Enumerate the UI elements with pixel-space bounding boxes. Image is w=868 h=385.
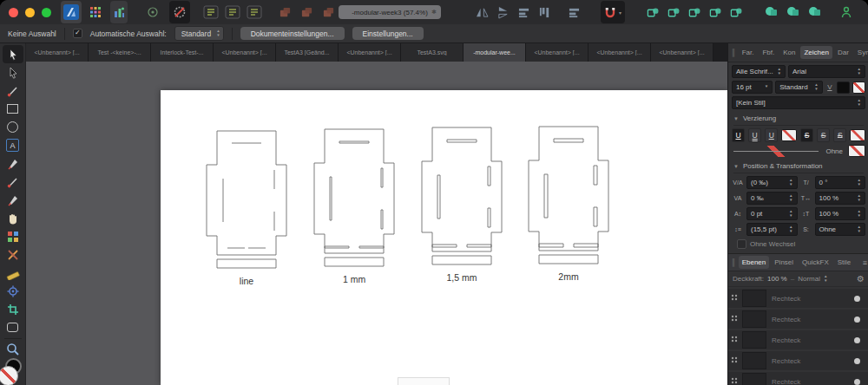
panel-tab-ebenen[interactable]: Ebenen bbox=[739, 256, 770, 269]
persona-icon[interactable] bbox=[840, 3, 852, 22]
corner-gear-tool[interactable] bbox=[3, 282, 23, 300]
horizontal-scale-field[interactable]: 100 %▲▼ bbox=[815, 192, 866, 205]
pencil-tool[interactable] bbox=[3, 191, 23, 209]
stepper-icon[interactable]: ▲▼ bbox=[789, 194, 792, 202]
layer-thumbnail[interactable] bbox=[742, 310, 766, 328]
document-tab[interactable]: <Unbenannt> [... bbox=[526, 43, 589, 62]
box-template-shape[interactable]: 2mm bbox=[528, 126, 609, 270]
tracking-field[interactable]: 0 ‰▲▼ bbox=[746, 192, 798, 205]
no-break-checkbox[interactable]: ✓ bbox=[737, 239, 746, 249]
box-template-shape[interactable]: 1,5 mm bbox=[421, 127, 503, 271]
double-underline-button[interactable]: U bbox=[748, 128, 761, 142]
snapping-toggle[interactable]: ▾ bbox=[601, 1, 625, 23]
flip-horizontal-icon[interactable] bbox=[476, 3, 489, 22]
document-tab[interactable]: Interlock-Test-... bbox=[151, 43, 214, 62]
kerning-field[interactable]: (0 ‰)▲▼ bbox=[746, 176, 798, 189]
minimize-window-button[interactable] bbox=[25, 8, 35, 17]
layer-thumbnail[interactable] bbox=[742, 290, 766, 307]
shear-field[interactable]: 0 °▲▼ bbox=[815, 176, 866, 189]
panel-drag-handle[interactable]: ║ bbox=[731, 49, 737, 56]
document-tab[interactable]: <Unbenannt> [... bbox=[651, 43, 713, 62]
panel-tab-zeichen[interactable]: Zeichen bbox=[800, 46, 832, 59]
box-template-shape[interactable]: line bbox=[206, 130, 287, 274]
text-stroke-swatch[interactable] bbox=[852, 82, 865, 94]
settings-button[interactable]: Einstellungen... bbox=[352, 27, 424, 40]
fill-tool[interactable] bbox=[3, 154, 23, 173]
affinity-designer-icon[interactable] bbox=[61, 1, 82, 23]
stepper-icon[interactable]: ▲▼ bbox=[789, 225, 792, 233]
insert-rotate-icon[interactable] bbox=[246, 3, 263, 22]
strikethrough-heavy-button[interactable]: S bbox=[833, 128, 846, 142]
geometry-op-2-icon[interactable] bbox=[667, 3, 681, 22]
boolean-subtract-icon[interactable] bbox=[786, 3, 800, 22]
move-tool[interactable] bbox=[3, 45, 23, 63]
partial-shape[interactable] bbox=[398, 377, 450, 385]
panel-menu-icon[interactable]: ≡ bbox=[863, 258, 868, 267]
document-tab[interactable]: TestA3.svg bbox=[401, 43, 464, 62]
visibility-dot[interactable] bbox=[854, 296, 860, 302]
decoration-line-style[interactable] bbox=[732, 146, 820, 157]
mesh-tool[interactable] bbox=[3, 227, 23, 245]
zoom-tool[interactable] bbox=[3, 341, 23, 359]
distribute-icon[interactable] bbox=[568, 3, 581, 22]
strikethrough-button[interactable]: S bbox=[800, 128, 813, 142]
insert-behind-icon[interactable] bbox=[224, 3, 241, 22]
text-fill-swatch[interactable] bbox=[837, 82, 850, 94]
move-to-front-icon[interactable] bbox=[279, 3, 292, 22]
layer-row[interactable]: Rechteck bbox=[728, 330, 868, 349]
leading-field[interactable]: (15,5 pt)▲▼ bbox=[746, 223, 798, 236]
underline-color-swatch[interactable] bbox=[781, 129, 797, 141]
panel-tab-far[interactable]: Far. bbox=[739, 46, 758, 59]
chart-panel-icon[interactable] bbox=[110, 1, 128, 23]
stepper-icon[interactable]: ▲▼ bbox=[858, 225, 861, 233]
panel-tab-dar[interactable]: Dar bbox=[834, 46, 852, 59]
layer-settings-gear-icon[interactable]: ⚙ bbox=[857, 274, 865, 284]
layer-row[interactable]: Rechteck bbox=[728, 310, 868, 329]
layer-thumbnail[interactable] bbox=[742, 331, 766, 349]
knife-tool[interactable] bbox=[3, 245, 23, 264]
document-title-field[interactable]: -modular-week3 (57.4%) ✱ bbox=[339, 5, 441, 19]
layer-row[interactable]: Rechteck bbox=[728, 351, 868, 370]
boolean-divide-icon[interactable] bbox=[808, 3, 822, 22]
underline-button[interactable]: U bbox=[732, 128, 745, 142]
flip-vertical-icon[interactable] bbox=[496, 3, 510, 22]
align-vertical-icon[interactable] bbox=[538, 3, 551, 22]
blend-mode-dropdown[interactable]: Normal bbox=[798, 275, 820, 283]
layer-thumbnail[interactable] bbox=[742, 352, 766, 369]
apps-grid-icon[interactable] bbox=[89, 3, 102, 22]
strikethrough-color-swatch[interactable] bbox=[850, 129, 865, 141]
strikethrough-alt-button[interactable]: S bbox=[817, 128, 830, 142]
ellipse-tool[interactable] bbox=[3, 118, 23, 136]
font-size-dropdown[interactable]: 16 pt ▼ bbox=[732, 81, 773, 94]
geometry-op-1-icon[interactable] bbox=[647, 3, 660, 22]
crop-tool[interactable] bbox=[3, 300, 23, 318]
kerning-icon[interactable]: V bbox=[825, 83, 834, 91]
document-settings-button[interactable]: Dokumenteinstellungen... bbox=[240, 27, 345, 40]
canvas[interactable]: line1 mm1,5 mm2mm bbox=[26, 62, 727, 385]
panel-tab-kon[interactable]: Kon bbox=[779, 46, 799, 59]
text-style-field[interactable]: Ohne▲▼ bbox=[815, 223, 866, 236]
close-window-button[interactable] bbox=[9, 8, 18, 17]
snap-target-icon[interactable] bbox=[147, 3, 159, 22]
fill-stroke-swatches[interactable] bbox=[2, 360, 24, 385]
position-section-header[interactable]: ▼ Position & Transformation bbox=[733, 162, 864, 173]
align-horizontal-icon[interactable] bbox=[517, 3, 530, 22]
decoration-section-header[interactable]: ▼ Verzierung bbox=[733, 114, 864, 126]
layer-row[interactable]: Rechteck bbox=[728, 289, 868, 308]
geometry-op-3-icon[interactable] bbox=[688, 3, 701, 22]
document-tab[interactable]: <Unbenannt> [... bbox=[589, 43, 651, 62]
geometry-op-4-icon[interactable] bbox=[709, 3, 722, 22]
stepper-icon[interactable]: ▲▼ bbox=[858, 210, 861, 218]
auto-select-checkbox[interactable]: ✓ bbox=[73, 29, 82, 38]
auto-select-preset-dropdown[interactable]: Standard ▲▼ bbox=[174, 26, 224, 41]
document-tab[interactable]: Test -<keine>-... bbox=[89, 43, 151, 62]
measure-tool[interactable] bbox=[3, 264, 23, 282]
stepper-icon[interactable]: ▲▼ bbox=[789, 179, 792, 186]
stepper-icon[interactable]: ▲▼ bbox=[789, 210, 792, 218]
panel-tab-quickfx[interactable]: QuickFX bbox=[799, 256, 832, 269]
font-name-field[interactable]: Arial ▲▼ bbox=[788, 65, 865, 78]
fill-color-swatch[interactable] bbox=[0, 366, 18, 385]
insert-inside-icon[interactable] bbox=[202, 3, 220, 22]
layer-row[interactable]: Rechteck bbox=[728, 372, 868, 385]
text-style-dropdown[interactable]: [Kein Stil] ▲▼ bbox=[732, 96, 865, 109]
